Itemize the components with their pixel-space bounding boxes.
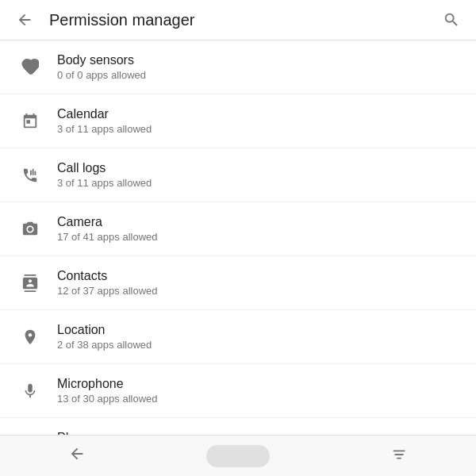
search-button[interactable] <box>440 8 463 32</box>
permissions-list: Body sensors 0 of 0 apps allowed Calenda… <box>0 40 476 435</box>
svg-rect-2 <box>30 170 32 175</box>
list-item[interactable]: Phone 9 of 34 apps allowed <box>0 418 476 435</box>
list-item[interactable]: Camera 17 of 41 apps allowed <box>0 202 476 256</box>
item-text: Location 2 of 38 apps allowed <box>57 323 152 351</box>
list-item[interactable]: Calendar 3 of 11 apps allowed <box>0 94 476 148</box>
list-item[interactable]: Call logs 3 of 11 apps allowed <box>0 148 476 202</box>
item-text: Microphone 13 of 30 apps allowed <box>57 377 157 405</box>
nav-home-indicator[interactable] <box>206 445 270 467</box>
svg-rect-0 <box>33 168 34 175</box>
item-title: Body sensors <box>57 53 146 67</box>
back-button[interactable] <box>13 8 36 32</box>
item-title: Microphone <box>57 377 157 391</box>
body-sensors-icon <box>16 53 44 82</box>
top-bar: Permission manager <box>0 0 476 40</box>
search-icon <box>443 11 460 29</box>
item-subtitle: 13 of 30 apps allowed <box>57 393 157 405</box>
list-item[interactable]: Contacts 12 of 37 apps allowed <box>0 256 476 310</box>
nav-back-icon <box>68 445 86 463</box>
item-title: Contacts <box>57 269 157 283</box>
item-text: Call logs 3 of 11 apps allowed <box>57 161 152 189</box>
item-subtitle: 0 of 0 apps allowed <box>57 69 146 81</box>
list-item[interactable]: Location 2 of 38 apps allowed <box>0 310 476 364</box>
item-subtitle: 3 of 11 apps allowed <box>57 177 152 189</box>
location-icon <box>16 323 44 351</box>
item-title: Location <box>57 323 152 337</box>
nav-back-button[interactable] <box>52 439 102 473</box>
back-icon <box>16 11 33 29</box>
svg-rect-1 <box>35 171 36 175</box>
item-subtitle: 12 of 37 apps allowed <box>57 285 157 297</box>
item-text: Camera 17 of 41 apps allowed <box>57 215 157 243</box>
nav-recent-button[interactable] <box>374 440 424 472</box>
nav-recent-icon <box>390 446 408 463</box>
nav-bar <box>0 435 476 476</box>
item-text: Calendar 3 of 11 apps allowed <box>57 107 152 135</box>
item-title: Camera <box>57 215 157 229</box>
camera-icon <box>16 215 44 244</box>
call-logs-icon <box>16 161 44 190</box>
microphone-icon <box>16 377 44 405</box>
page-title: Permission manager <box>49 11 427 29</box>
item-subtitle: 3 of 11 apps allowed <box>57 123 152 135</box>
item-text: Contacts 12 of 37 apps allowed <box>57 269 157 297</box>
contacts-icon <box>16 269 44 298</box>
item-text: Body sensors 0 of 0 apps allowed <box>57 53 146 81</box>
item-subtitle: 17 of 41 apps allowed <box>57 231 157 243</box>
item-title: Call logs <box>57 161 152 175</box>
item-title: Calendar <box>57 107 152 121</box>
list-item[interactable]: Microphone 13 of 30 apps allowed <box>0 364 476 418</box>
calendar-icon <box>16 107 44 136</box>
item-subtitle: 2 of 38 apps allowed <box>57 339 152 351</box>
list-item[interactable]: Body sensors 0 of 0 apps allowed <box>0 40 476 94</box>
